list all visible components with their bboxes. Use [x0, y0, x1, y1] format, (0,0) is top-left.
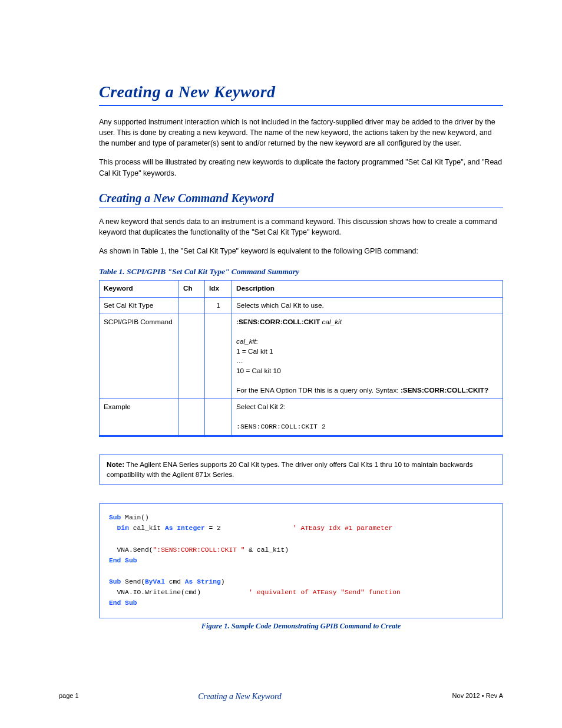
sub-paragraph-1: A new keyword that sends data to an inst…	[99, 216, 503, 238]
table-title: Table 1. SCPI/GPIB "Set Cal Kit Type" Co…	[99, 267, 503, 276]
table-row: Set Cal Kit Type 1 Selects which Cal Kit…	[100, 297, 503, 314]
cell-idx	[205, 314, 232, 399]
footer-rev: Nov 2012 • Rev A	[385, 692, 503, 701]
table-header-row: Keyword Ch Idx Description	[100, 281, 503, 298]
page-footer: page 1 Creating a New Keyword Nov 2012 •…	[59, 692, 503, 701]
cell-desc: :SENS:CORR:COLL:CKIT cal_kitcal_kit:1 = …	[232, 314, 503, 399]
th-description: Description	[232, 281, 503, 298]
subheading-rule	[99, 207, 503, 208]
cell-keyword: SCPI/GPIB Command	[100, 314, 179, 399]
command-table: Keyword Ch Idx Description Set Cal Kit T…	[99, 280, 503, 437]
page-title: Creating a New Keyword	[99, 83, 503, 101]
intro-paragraph-1: Any supported instrument interaction whi…	[99, 117, 503, 149]
cell-desc: Select Cal Kit 2::SENS:CORR:COLL:CKIT 2	[232, 399, 503, 436]
footer-title: Creating a New Keyword	[94, 692, 385, 701]
code-caption: Figure 1. Sample Code Demonstrating GPIB…	[99, 622, 503, 631]
note-text: The Agilent ENA Series supports 20 Cal K…	[107, 460, 473, 479]
cell-ch	[179, 314, 205, 399]
table-row: SCPI/GPIB Command :SENS:CORR:COLL:CKIT c…	[100, 314, 503, 399]
th-ch: Ch	[179, 281, 205, 298]
cell-keyword: Set Cal Kit Type	[100, 297, 179, 314]
note-label: Note:	[107, 460, 124, 469]
footer-page: page 1	[59, 692, 94, 701]
cell-ch	[179, 399, 205, 436]
table-row: Example Select Cal Kit 2::SENS:CORR:COLL…	[100, 399, 503, 436]
note-box: Note: The Agilent ENA Series supports 20…	[99, 454, 503, 485]
th-idx: Idx	[205, 281, 232, 298]
cell-keyword: Example	[100, 399, 179, 436]
intro-paragraph-2: This process will be illustrated by crea…	[99, 157, 503, 178]
title-rule	[99, 105, 503, 106]
cell-desc: Selects which Cal Kit to use.	[232, 297, 503, 314]
th-keyword: Keyword	[100, 281, 179, 298]
cell-idx: 1	[205, 297, 232, 314]
cell-ch	[179, 297, 205, 314]
sub-paragraph-2: As shown in Table 1, the "Set Cal Kit Ty…	[99, 246, 503, 256]
code-block: Sub Main() Dim cal_kit As Integer = 2 ' …	[99, 503, 503, 618]
cell-idx	[205, 399, 232, 436]
subheading: Creating a New Command Keyword	[99, 192, 503, 205]
